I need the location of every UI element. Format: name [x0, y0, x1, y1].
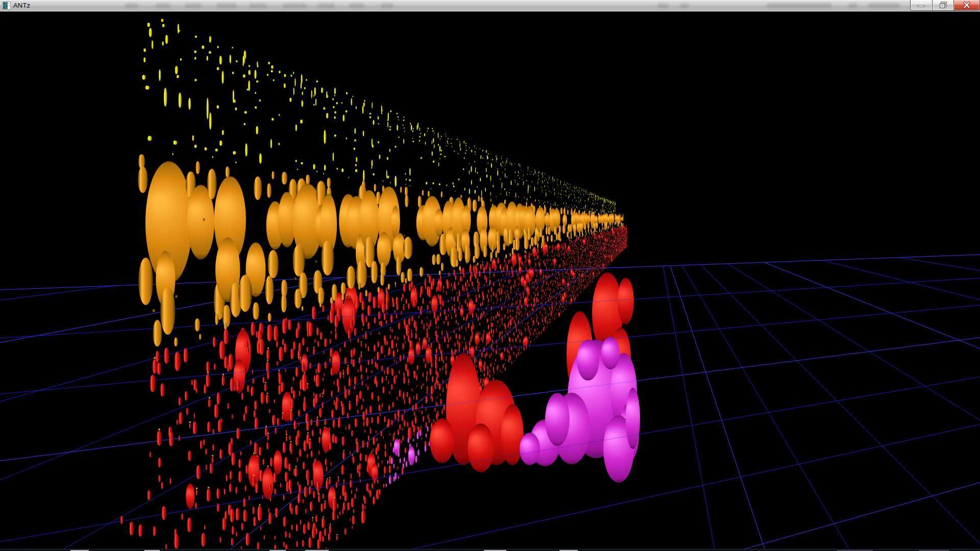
aero-glass-smudge	[125, 3, 138, 8]
window-title: ANTz	[13, 2, 30, 9]
minimize-button[interactable]	[910, 0, 932, 11]
3d-viewport	[0, 11, 980, 549]
aero-glass-smudge	[380, 3, 394, 8]
maximize-button[interactable]	[932, 0, 954, 11]
aero-glass-smudge	[680, 3, 689, 8]
taskbar-edge[interactable]	[0, 549, 980, 551]
antz-window: ANTz	[0, 0, 980, 551]
aero-glass-smudge	[249, 3, 266, 8]
restore-icon	[939, 2, 947, 9]
aero-glass-smudge	[282, 3, 307, 8]
aero-glass-smudge	[767, 3, 832, 8]
window-controls	[910, 0, 980, 11]
aero-glass-smudge	[657, 3, 669, 8]
window-titlebar[interactable]: ANTz	[0, 0, 980, 12]
aero-glass-smudge	[216, 3, 237, 8]
aero-glass-smudge	[848, 3, 857, 8]
aero-glass-smudge	[349, 3, 364, 8]
minimize-icon	[917, 3, 926, 7]
close-icon	[963, 2, 971, 9]
aero-glass-smudge	[185, 3, 202, 8]
antz-app-icon	[3, 2, 11, 10]
viewport-3d-canvas[interactable]	[0, 11, 980, 549]
close-button[interactable]	[954, 0, 980, 11]
aero-glass-smudge	[156, 3, 171, 8]
aero-glass-smudge	[317, 3, 335, 8]
aero-glass-smudge	[868, 3, 900, 8]
